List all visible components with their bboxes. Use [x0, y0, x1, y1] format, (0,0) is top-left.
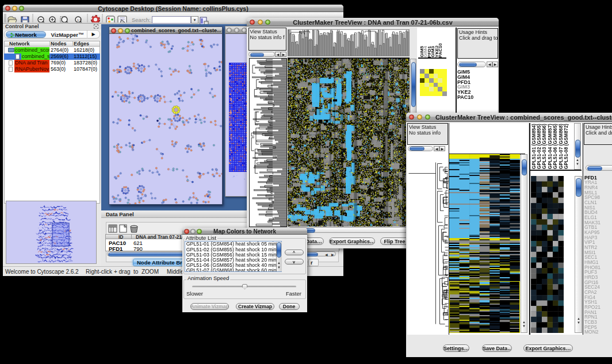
svg-text:1:1: 1:1 — [77, 18, 81, 22]
